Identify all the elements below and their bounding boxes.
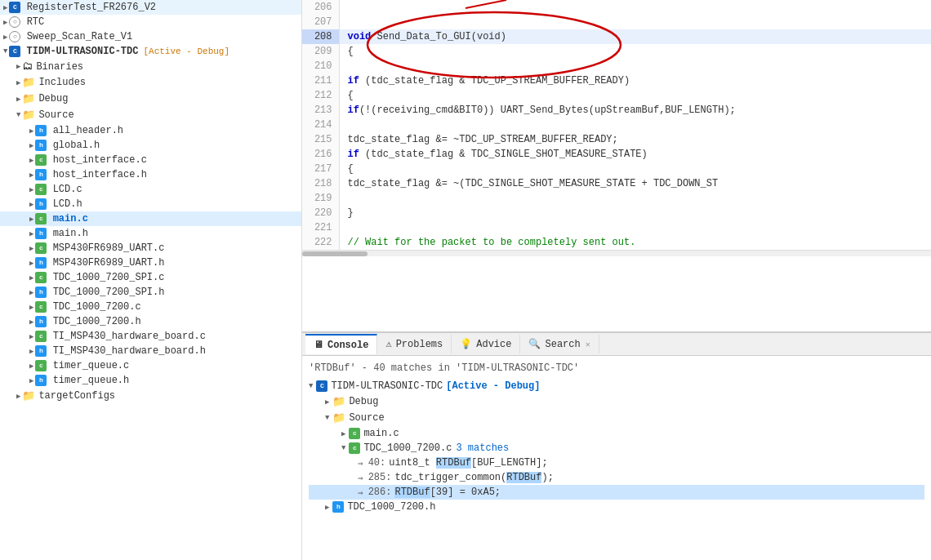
result-tdc-c[interactable]: ▼ c TDC_1000_7200.c 3 matches: [309, 441, 924, 456]
result-project-tidm[interactable]: ▼ C TIDM-ULTRASONIC-TDC [Active - Debug]: [309, 379, 924, 393]
sidebar-item-host-interface-c[interactable]: ▶ c host_interface.c: [0, 153, 301, 167]
folder-icon: 📁: [22, 92, 35, 105]
line-content: [339, 59, 931, 73]
tab-console[interactable]: 🖥 Console: [305, 334, 377, 354]
match-line-285[interactable]: ⇒ 285: tdc_trigger_common(RTDBuf);: [309, 470, 924, 485]
sidebar-item-source[interactable]: ▼ 📁 Source: [0, 107, 301, 123]
expand-arrow: ▶: [29, 141, 33, 150]
sidebar-item-host-interface-h[interactable]: ▶ h host_interface.h: [0, 167, 301, 182]
expand-arrow: ▶: [29, 171, 33, 180]
h-file-icon: h: [35, 169, 47, 180]
expand-arrow: ▶: [16, 392, 20, 401]
code-scrollbar[interactable]: [302, 250, 931, 256]
match-line-40[interactable]: ⇒ 40: uint8_t RTDBuf[BUF_LENGTH];: [309, 456, 924, 470]
sidebar-item-lcd-c[interactable]: ▶ c LCD.c: [0, 182, 301, 197]
sidebar-item-debug[interactable]: ▶ 📁 Debug: [0, 91, 301, 107]
search-close-button[interactable]: ✕: [586, 340, 590, 349]
sidebar-item-msp430-uart-c[interactable]: ▶ c MSP430FR6989_UART.c: [0, 241, 301, 256]
expand-arrow: ▼: [341, 444, 345, 452]
tab-problems[interactable]: ⚠ Problems: [377, 335, 452, 353]
expand-arrow: ▶: [29, 215, 33, 224]
sidebar-item-all-header[interactable]: ▶ h all_header.h: [0, 123, 301, 138]
match-arrow: ⇒: [358, 487, 363, 498]
sidebar-item-tidm[interactable]: ▼ C TIDM-ULTRASONIC-TDC [Active - Debug]: [0, 44, 301, 59]
sidebar-item-timer-h[interactable]: ▶ h timer_queue.h: [0, 373, 301, 388]
sidebar-item-msp430-uart-h[interactable]: ▶ h MSP430FR6989_UART.h: [0, 256, 301, 270]
line-content: tdc_state_flag &= ~TDC_UP_STREAM_BUFFER_…: [339, 132, 931, 147]
c-file-icon: c: [349, 442, 360, 454]
sidebar-item-binaries[interactable]: ▶ 🗂 Binaries: [0, 59, 301, 74]
ccs-icon: C: [316, 380, 327, 392]
line-content: }: [339, 206, 931, 220]
project-name: TIDM-ULTRASONIC-TDC: [331, 380, 443, 392]
active-badge: [Active - Debug]: [446, 380, 540, 392]
sidebar-item-ti-hw-c[interactable]: ▶ c TI_MSP430_hardware_board.c: [0, 329, 301, 344]
c-file-icon: c: [35, 184, 47, 195]
sidebar-item-target-configs[interactable]: ▶ 📁 targetConfigs: [0, 388, 301, 404]
rtc-icon: ○: [9, 16, 20, 28]
result-main-c[interactable]: ▶ c main.c: [309, 426, 924, 441]
sidebar-label: Sweep_Scan_Rate_V1: [27, 31, 133, 42]
bottom-content: 'RTDBuf' - 40 matches in 'TIDM-ULTRASONI…: [302, 356, 931, 560]
expand-arrow: ▶: [325, 503, 329, 512]
c-file-icon: c: [35, 301, 47, 313]
match-line-286[interactable]: ⇒ 286: RTDBuf[39] = 0xA5;: [309, 485, 924, 500]
sidebar-item-timer-c[interactable]: ▶ c timer_queue.c: [0, 358, 301, 373]
sidebar-label: Binaries: [36, 61, 83, 73]
advice-icon: 💡: [460, 338, 472, 350]
sidebar-label: main.c: [53, 213, 88, 224]
tab-search[interactable]: 🔍 Search ✕: [520, 335, 599, 353]
c-file-icon: c: [35, 272, 47, 283]
tab-search-label: Search: [545, 339, 580, 350]
match-badge: 3 matches: [456, 442, 509, 454]
sidebar-item-sweep[interactable]: ▶ ○ Sweep_Scan_Rate_V1: [0, 29, 301, 44]
sidebar-item-tdc-c[interactable]: ▶ c TDC_1000_7200.c: [0, 300, 301, 314]
sidebar-item-main-c[interactable]: ▶ c main.c: [0, 211, 301, 226]
line-number: 213: [302, 103, 339, 118]
line-content: [339, 15, 931, 29]
tab-advice[interactable]: 💡 Advice: [452, 335, 520, 353]
h-file-icon: h: [35, 140, 47, 151]
h-file-icon: h: [35, 375, 47, 386]
line-content: [339, 0, 931, 15]
sidebar-item-tdc-spi-h[interactable]: ▶ h TDC_1000_7200_SPI.h: [0, 285, 301, 300]
match-line-num: 40:: [368, 457, 386, 469]
sidebar-item-lcd-h[interactable]: ▶ h LCD.h: [0, 197, 301, 211]
sidebar-item-rtc[interactable]: ▶ ○ RTC: [0, 15, 301, 29]
c-file-icon: c: [35, 213, 47, 224]
line-content: tdc_state_flag &= ~(TDC_SINGLE_SHOT_MEAS…: [339, 176, 931, 191]
bottom-panel: 🖥 Console ⚠ Problems 💡 Advice 🔍 Search ✕: [302, 331, 931, 560]
sidebar-item-tdc-h[interactable]: ▶ h TDC_1000_7200.h: [0, 314, 301, 329]
sidebar-item-global[interactable]: ▶ h global.h: [0, 138, 301, 153]
sidebar-label: host_interface.h: [53, 169, 147, 180]
sidebar-item-main-h[interactable]: ▶ h main.h: [0, 226, 301, 241]
sidebar-label: RTC: [27, 16, 45, 28]
sidebar-label: TIDM-ULTRASONIC-TDC: [27, 46, 139, 57]
sidebar-item-tdc-spi-c[interactable]: ▶ c TDC_1000_7200_SPI.c: [0, 270, 301, 285]
sidebar-label: MSP430FR6989_UART.h: [53, 257, 165, 269]
match-text: RTDBuf[39] = 0xA5;: [394, 487, 501, 498]
line-content: [339, 220, 931, 235]
sidebar-item-register-test[interactable]: ▶ C RegisterTest_FR2676_V2: [0, 0, 301, 15]
binaries-icon: 🗂: [22, 60, 33, 73]
scrollbar-thumb[interactable]: [302, 251, 368, 256]
sidebar-item-ti-hw-h[interactable]: ▶ h TI_MSP430_hardware_board.h: [0, 344, 301, 358]
line-content: if (tdc_state_flag & TDC_UP_STREAM_BUFFE…: [339, 73, 931, 88]
sidebar-label: Includes: [38, 77, 86, 88]
h-file-icon: h: [35, 198, 47, 210]
c-file-icon: c: [35, 242, 47, 254]
result-tdc-h[interactable]: ▶ h TDC_1000_7200.h: [309, 500, 924, 514]
line-number: 212: [302, 88, 339, 103]
expand-arrow: ▶: [29, 156, 33, 165]
expand-arrow: ▶: [16, 62, 20, 71]
expand-arrow: ▶: [29, 244, 33, 253]
expand-arrow: ▶: [29, 362, 33, 371]
result-debug-folder[interactable]: ▶ 📁 Debug: [309, 393, 924, 410]
sidebar-item-includes[interactable]: ▶ 📁 Includes: [0, 74, 301, 91]
code-editor[interactable]: 206 207 208void Send_Data_To_GUI(void)20…: [302, 0, 931, 331]
line-number: 207: [302, 15, 339, 29]
result-source-folder[interactable]: ▼ 📁 Source: [309, 410, 924, 426]
c-file-icon: c: [349, 428, 360, 439]
expand-arrow: ▶: [29, 273, 33, 282]
line-content: {: [339, 162, 931, 176]
